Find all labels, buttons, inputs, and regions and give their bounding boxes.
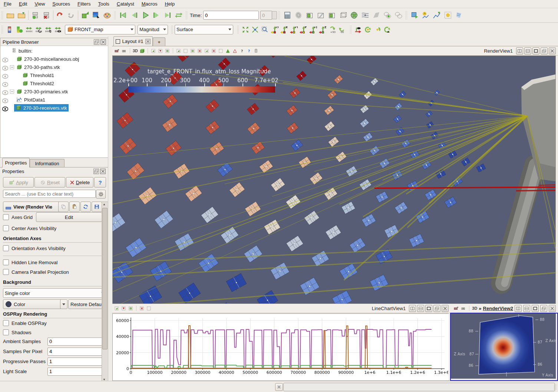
split-vertical-button[interactable] [524, 47, 531, 54]
stream-tracer-icon[interactable] [360, 10, 371, 21]
select-points-on-icon[interactable] [158, 48, 163, 54]
axes-grid-checkbox[interactable] [3, 214, 9, 220]
layout-tab-close-icon[interactable] [145, 39, 151, 44]
load-state-icon[interactable] [16, 10, 27, 21]
background-color-button[interactable]: Color [3, 299, 65, 309]
tab-information[interactable]: Information [30, 159, 65, 167]
apply-button[interactable]: Apply [3, 177, 34, 187]
visibility-eye-icon[interactable] [1, 89, 9, 94]
chart-toggle-icon[interactable] [139, 306, 145, 311]
new-layout-tab[interactable]: + [153, 37, 165, 46]
extract-subset-icon[interactable] [337, 10, 349, 21]
orientation-axes-checkbox[interactable] [3, 245, 9, 251]
slice-filter-icon[interactable] [315, 10, 326, 21]
disconnect-server-icon[interactable] [41, 10, 52, 21]
toolbar-grip[interactable] [1, 11, 4, 20]
rotate-camera-ccw-icon[interactable] [373, 24, 382, 35]
chart-clear-icon[interactable] [146, 306, 152, 311]
rescale-visible-range-icon[interactable] [53, 24, 63, 35]
properties-float-button[interactable] [93, 169, 99, 174]
search-input[interactable] [3, 190, 96, 198]
reload-camera-icon[interactable] [382, 24, 392, 35]
menu-view[interactable]: View [31, 0, 49, 7]
connect-server-icon[interactable] [30, 10, 41, 21]
clip-filter-icon[interactable] [304, 10, 315, 21]
chart-select-poly-icon[interactable] [121, 306, 126, 311]
frame-spinner[interactable] [260, 11, 272, 20]
search-options-button[interactable] [96, 190, 106, 199]
color-array-combo[interactable]: FRONT_map [65, 25, 135, 34]
toggle-color-legend-icon[interactable] [5, 24, 14, 35]
line-chart-canvas[interactable] [113, 314, 448, 380]
close-view-button[interactable] [549, 305, 556, 312]
visibility-eye-icon[interactable] [1, 105, 9, 110]
light-scale-input[interactable] [47, 368, 102, 376]
color-palette-icon[interactable] [102, 10, 113, 21]
calculator-filter-icon[interactable] [282, 10, 293, 21]
reset-camera-closest-icon[interactable] [353, 24, 363, 35]
restore-default-button[interactable]: Restore Defau [68, 299, 107, 309]
pipeline-item-threshold1[interactable]: Threshold1 [0, 71, 108, 79]
frame-spin-buttons[interactable] [272, 11, 277, 19]
resize-grip[interactable] [554, 384, 557, 389]
reset-camera-icon[interactable] [241, 24, 250, 35]
render-view-2[interactable] [450, 313, 558, 381]
split-vertical-button[interactable] [523, 305, 530, 312]
link-camera-icon[interactable] [121, 48, 127, 54]
menu-macros[interactable]: Macros [138, 0, 161, 7]
color-menu-arrow[interactable] [60, 299, 67, 309]
select-points-through-icon[interactable] [176, 48, 181, 54]
threshold-filter-icon[interactable] [326, 10, 337, 21]
hover-points-icon[interactable] [232, 48, 238, 54]
visibility-eye-icon[interactable] [1, 73, 9, 78]
visibility-eye-icon[interactable] [1, 64, 9, 70]
view-plus-x-icon[interactable] [270, 24, 279, 35]
split-horizontal-button[interactable] [409, 305, 416, 312]
enable-ospray-checkbox[interactable] [3, 320, 9, 326]
last-frame-icon[interactable] [162, 10, 173, 21]
pipeline-item-receivers[interactable]: 270-30-receivers.vtk [0, 104, 108, 112]
maximize-view-button[interactable] [425, 305, 432, 312]
view-section-button[interactable]: View (Render Vie [3, 202, 60, 212]
scroll-thumb[interactable] [102, 208, 108, 349]
pipeline-item-paths[interactable]: 270-30-paths.vtk [0, 63, 108, 71]
pipeline-float-button[interactable] [94, 39, 99, 45]
auto-apply-icon[interactable] [79, 10, 90, 21]
expander-icon[interactable] [10, 90, 14, 94]
component-combo[interactable]: Magnitud [138, 25, 168, 34]
extract-selection-icon[interactable] [409, 10, 420, 21]
toggle-2d3d-label[interactable]: 3D [472, 306, 477, 310]
interaction-mode-icon[interactable] [139, 48, 145, 54]
properties-close-button[interactable] [100, 169, 106, 174]
abort-button[interactable] [275, 383, 283, 391]
time-input[interactable] [203, 11, 259, 20]
copy-properties-button[interactable] [58, 202, 69, 212]
ambient-samples-input[interactable] [47, 338, 102, 346]
tooltip-selection-icon[interactable] [239, 48, 245, 54]
plot-over-line-icon[interactable] [431, 10, 442, 21]
maximize-view-button[interactable] [532, 47, 539, 54]
visibility-eye-icon[interactable] [1, 97, 9, 102]
select-polygon-cells-icon[interactable] [183, 48, 188, 54]
expander-icon[interactable] [10, 65, 14, 69]
shadows-checkbox[interactable] [3, 329, 9, 335]
close-view-button[interactable] [442, 305, 449, 312]
tooltip-points-icon[interactable] [246, 48, 252, 54]
reset-button[interactable]: Reset [34, 177, 65, 187]
view-minus-z-icon[interactable] [318, 24, 327, 35]
float-view-button[interactable] [433, 305, 440, 312]
interactive-select-points-icon[interactable] [211, 48, 217, 54]
split-vertical-button[interactable] [417, 305, 424, 312]
visibility-eye-icon[interactable] [1, 81, 9, 86]
center-axes-checkbox[interactable] [3, 225, 9, 231]
pipeline-close-button[interactable] [100, 39, 106, 45]
chart-select-rect-icon[interactable] [114, 306, 119, 311]
rotate-90-cw-icon[interactable] [327, 24, 337, 35]
color-legend[interactable]: target_e_FRONT_in.flux_atm_loss Magnitud… [113, 56, 306, 97]
chart-select-plus-icon[interactable] [128, 306, 133, 311]
edit-axes-grid-button[interactable]: Edit [36, 212, 102, 222]
save-defaults-button[interactable] [92, 202, 102, 212]
render-view2-canvas[interactable] [451, 313, 556, 379]
undo-icon[interactable] [55, 10, 66, 21]
view-minus-y-icon[interactable] [298, 24, 308, 35]
